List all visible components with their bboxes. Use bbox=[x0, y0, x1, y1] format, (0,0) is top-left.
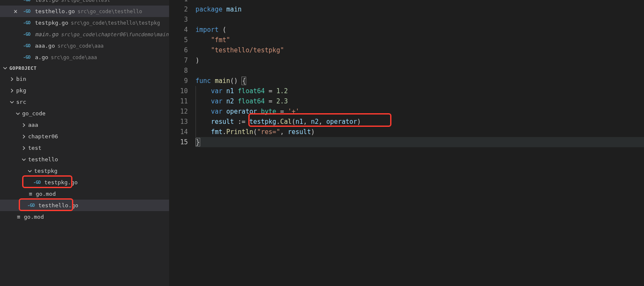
open-editor-item[interactable]: -GOa.gosrc\go_code\aaa bbox=[0, 51, 169, 63]
open-editor-path: src\go_code\testhello\testpkg bbox=[71, 20, 160, 26]
code-line[interactable]: } bbox=[196, 137, 644, 147]
tree-item-label: testhello.go bbox=[38, 202, 78, 209]
open-editor-path: src\go_code\aaa bbox=[51, 54, 97, 60]
tree-item-label: test bbox=[28, 145, 41, 151]
tree-item-label: pkg bbox=[16, 87, 26, 94]
line-number[interactable]: 7 bbox=[169, 55, 188, 66]
code-line[interactable]: "testhello/testpkg" bbox=[196, 45, 644, 55]
open-editor-path: src\go_code\chapter06\funcdemo\main bbox=[61, 31, 169, 37]
open-editor-item[interactable]: -GOtestpkg.gosrc\go_code\testhello\testp… bbox=[0, 17, 169, 29]
chevron-right-icon bbox=[9, 88, 14, 93]
code-line[interactable]: "fmt" bbox=[196, 35, 644, 45]
chevron-down-icon bbox=[9, 100, 14, 105]
code-line[interactable]: var operator byte = '+' bbox=[196, 106, 644, 117]
line-number-gutter: 123456789101112131415 bbox=[169, 0, 196, 286]
tree-item-label: testhello bbox=[28, 156, 58, 163]
open-editor-path: src\go_code\test bbox=[61, 0, 110, 3]
tree-folder-item[interactable]: testhello bbox=[0, 154, 169, 165]
open-editor-item[interactable]: -GOmain.gosrc\go_code\chapter06\funcdemo… bbox=[0, 29, 169, 40]
tree-file-item[interactable]: ≡go.mod bbox=[0, 188, 169, 200]
tree-item-label: testpkg.go bbox=[44, 179, 78, 186]
tree-item-label: go.mod bbox=[24, 214, 44, 220]
go-file-icon: -GO bbox=[23, 31, 32, 37]
line-number[interactable]: 8 bbox=[169, 66, 188, 76]
chevron-right-icon bbox=[21, 146, 26, 151]
chevron-right-icon bbox=[21, 134, 26, 139]
code-line[interactable]: var n2 float64 = 2.3 bbox=[196, 96, 644, 106]
line-number[interactable]: 11 bbox=[169, 96, 188, 106]
tree-item-label: src bbox=[16, 99, 26, 105]
close-icon[interactable]: × bbox=[14, 8, 17, 15]
tree-item-label: aaa bbox=[28, 122, 38, 128]
code-line[interactable]: func main() { bbox=[196, 76, 644, 86]
file-icon: ≡ bbox=[27, 191, 34, 197]
go-file-icon: -GO bbox=[23, 9, 32, 14]
chevron-down-icon bbox=[15, 111, 20, 116]
tree-folder-item[interactable]: aaa bbox=[0, 119, 169, 131]
tree-file-item[interactable]: -GOtesthello.go bbox=[0, 200, 169, 211]
go-file-icon: -GO bbox=[23, 54, 32, 60]
open-editors-section: -GOtest.gosrc\go_code\test×-GOtesthello.… bbox=[0, 0, 169, 63]
open-editor-item[interactable]: -GOaaa.gosrc\go_code\aaa bbox=[0, 40, 169, 51]
chevron-down-icon bbox=[3, 66, 8, 71]
file-icon: ≡ bbox=[15, 214, 22, 220]
code-line[interactable] bbox=[196, 14, 644, 25]
line-number[interactable]: 10 bbox=[169, 86, 188, 96]
code-line[interactable]: result := testpkg.Cal(n1, n2, operator) bbox=[196, 117, 644, 127]
tree-item-label: testpkg bbox=[34, 168, 58, 174]
chevron-down-icon bbox=[21, 157, 26, 162]
line-number[interactable]: 3 bbox=[169, 14, 188, 25]
line-number[interactable]: 12 bbox=[169, 106, 188, 117]
line-number[interactable]: 14 bbox=[169, 127, 188, 137]
go-file-icon: -GO bbox=[27, 203, 37, 208]
chevron-down-icon bbox=[27, 169, 32, 174]
tree-item-label: go.mod bbox=[36, 191, 56, 197]
editor-area: 123456789101112131415 package mainimport… bbox=[169, 0, 644, 286]
project-header[interactable]: GOPROJECT bbox=[0, 63, 169, 73]
open-editor-item[interactable]: ×-GOtesthello.gosrc\go_code\testhello bbox=[0, 6, 169, 17]
go-file-icon: -GO bbox=[23, 0, 32, 3]
line-number[interactable]: 4 bbox=[169, 25, 188, 35]
line-number[interactable]: 1 bbox=[169, 0, 188, 4]
tree-folder-item[interactable]: chapter06 bbox=[0, 131, 169, 142]
sidebar: -GOtest.gosrc\go_code\test×-GOtesthello.… bbox=[0, 0, 169, 286]
tree-folder-item[interactable]: src bbox=[0, 96, 169, 108]
line-number[interactable]: 6 bbox=[169, 45, 188, 55]
tree-folder-item[interactable]: pkg bbox=[0, 85, 169, 96]
tree-folder-item[interactable]: testpkg bbox=[0, 165, 169, 177]
chevron-right-icon bbox=[9, 77, 14, 82]
code-line[interactable]: fmt.Println("res=", result) bbox=[196, 127, 644, 137]
open-editor-filename: main.go bbox=[35, 31, 58, 37]
line-number[interactable]: 15 bbox=[169, 137, 188, 147]
open-editor-filename: testhello.go bbox=[35, 8, 75, 14]
open-editor-path: src\go_code\aaa bbox=[58, 43, 104, 49]
code-line[interactable]: var n1 float64 = 1.2 bbox=[196, 86, 644, 96]
tree-folder-item[interactable]: bin bbox=[0, 73, 169, 85]
open-editor-item[interactable]: -GOtest.gosrc\go_code\test bbox=[0, 0, 169, 6]
tree-folder-item[interactable]: go_code bbox=[0, 108, 169, 119]
open-editor-filename: test.go bbox=[35, 0, 58, 3]
code-line[interactable] bbox=[196, 66, 644, 76]
line-number[interactable]: 13 bbox=[169, 117, 188, 127]
tree-item-label: go_code bbox=[22, 110, 46, 117]
code-line[interactable]: package main bbox=[196, 4, 644, 14]
code-line[interactable] bbox=[196, 0, 644, 4]
code-content[interactable]: package mainimport ( "fmt" "testhello/te… bbox=[196, 0, 644, 286]
code-line[interactable]: ) bbox=[196, 55, 644, 66]
tree-file-item[interactable]: -GOtestpkg.go bbox=[0, 177, 169, 188]
tree-file-item[interactable]: ≡go.mod bbox=[0, 211, 169, 223]
project-name: GOPROJECT bbox=[9, 66, 37, 71]
go-file-icon: -GO bbox=[23, 43, 32, 49]
chevron-right-icon bbox=[21, 123, 26, 128]
open-editor-filename: aaa.go bbox=[35, 43, 55, 49]
line-number[interactable]: 5 bbox=[169, 35, 188, 45]
tree-folder-item[interactable]: test bbox=[0, 142, 169, 154]
open-editor-filename: testpkg.go bbox=[35, 20, 68, 26]
go-file-icon: -GO bbox=[23, 20, 32, 26]
file-tree: binpkgsrcgo_codeaaachapter06testtesthell… bbox=[0, 73, 169, 223]
code-line[interactable]: import ( bbox=[196, 25, 644, 35]
tree-item-label: bin bbox=[16, 76, 26, 82]
open-editor-filename: a.go bbox=[35, 54, 48, 60]
line-number[interactable]: 9 bbox=[169, 76, 188, 86]
line-number[interactable]: 2 bbox=[169, 4, 188, 14]
